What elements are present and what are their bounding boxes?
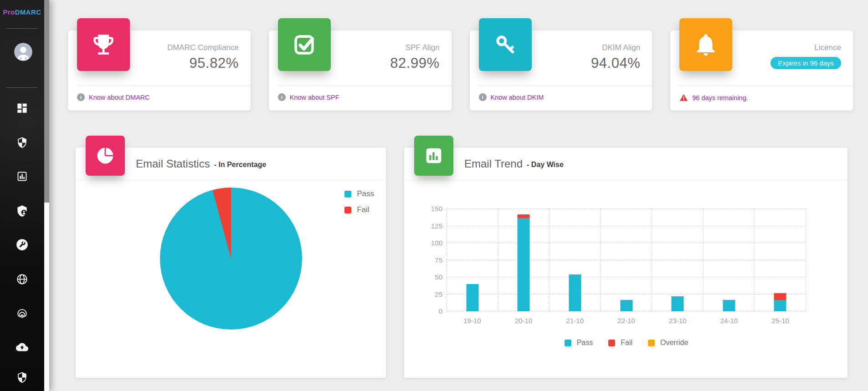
card-dmarc-compliance: DMARC Compliance 95.82% Know about DMARC bbox=[68, 30, 251, 111]
y-axis-tick-label: 150 bbox=[431, 205, 442, 213]
card-title: DMARC Compliance bbox=[167, 43, 239, 52]
legend-label: Pass bbox=[577, 339, 593, 347]
bar-stack-20-10 bbox=[518, 214, 530, 311]
legend-item-fail: Fail bbox=[608, 339, 632, 347]
sidebar-item-globe-icon[interactable] bbox=[16, 273, 28, 285]
card-value: 94.04% bbox=[591, 55, 640, 71]
legend-item-pass: Pass bbox=[344, 189, 374, 198]
panel-header: Email Trend - Day Wise bbox=[404, 147, 847, 180]
info-icon bbox=[77, 93, 85, 101]
panel-subtitle: - Day Wise bbox=[527, 159, 564, 169]
card-dkim-align: DKIM Align 94.04% Know about DKIM bbox=[470, 30, 652, 111]
category-cell-23-10 bbox=[652, 209, 704, 311]
bar-stack-22-10 bbox=[620, 300, 632, 312]
trophy-icon bbox=[77, 18, 130, 71]
key-icon bbox=[479, 18, 532, 71]
x-axis-tick-label: 24-10 bbox=[704, 317, 755, 325]
sidebar-scrollbar[interactable] bbox=[44, 0, 49, 391]
bar-pass-20-10 bbox=[518, 218, 530, 312]
sidebar-scrollbar-thumb[interactable] bbox=[44, 0, 49, 203]
main-content: DMARC Compliance 95.82% Know about DMARC… bbox=[49, 0, 868, 391]
sidebar-item-admin-shield-icon[interactable] bbox=[16, 205, 28, 217]
bell-icon bbox=[679, 18, 732, 71]
legend-item-pass: Pass bbox=[565, 339, 593, 347]
licence-warning-text: 96 days remaining. bbox=[692, 94, 748, 102]
licence-expiry-badge: Expires in 96 days bbox=[770, 57, 841, 69]
legend-swatch bbox=[344, 207, 351, 213]
y-axis-tick-label: 75 bbox=[435, 256, 442, 264]
legend-item-fail: Fail bbox=[344, 205, 374, 214]
bar-fail-25-10 bbox=[774, 293, 786, 300]
category-cell-19-10 bbox=[447, 209, 498, 311]
sidebar-item-tools-wrench-icon[interactable] bbox=[16, 239, 28, 251]
card-value: 95.82% bbox=[190, 55, 239, 71]
x-axis-tick-label: 22-10 bbox=[601, 317, 652, 325]
bar-chart-legend: PassFailOverride bbox=[447, 339, 806, 347]
bar-fail-20-10 bbox=[518, 214, 530, 218]
bar-stack-25-10 bbox=[774, 293, 786, 312]
y-axis-tick-label: 50 bbox=[435, 273, 442, 281]
y-axis: 0255075100125150 bbox=[407, 209, 442, 311]
sidebar-item-cloud-upload-icon[interactable] bbox=[16, 341, 28, 353]
info-icon bbox=[479, 93, 487, 101]
brand-dmarc: DMARC bbox=[15, 8, 41, 16]
legend-swatch bbox=[565, 340, 571, 346]
legend-swatch bbox=[344, 191, 351, 198]
stat-cards-row: DMARC Compliance 95.82% Know about DMARC… bbox=[68, 30, 853, 111]
panel-title: Email Statistics bbox=[136, 157, 210, 170]
person-icon bbox=[14, 43, 32, 61]
sidebar-item-reports-chart-icon[interactable] bbox=[16, 170, 28, 183]
know-about-dmarc-link[interactable]: Know about DMARC bbox=[89, 94, 150, 101]
sidebar-item-dashboard-icon[interactable] bbox=[16, 102, 28, 114]
card-divider bbox=[479, 86, 652, 86]
legend-label: Fail bbox=[357, 205, 369, 214]
info-icon bbox=[278, 93, 286, 101]
pie-legend: PassFail bbox=[344, 189, 374, 214]
panel-title: Email Trend bbox=[464, 157, 523, 170]
user-avatar[interactable] bbox=[14, 43, 32, 61]
y-axis-tick-label: 25 bbox=[435, 290, 442, 299]
bar-pass-19-10 bbox=[466, 284, 478, 311]
x-axis-tick-label: 19-10 bbox=[447, 317, 498, 325]
brand-logo[interactable]: ProDMARC bbox=[0, 8, 44, 16]
pie-chart-icon bbox=[86, 136, 125, 176]
card-title: DKIM Align bbox=[602, 43, 640, 52]
legend-swatch bbox=[648, 340, 655, 346]
card-divider bbox=[77, 86, 251, 86]
card-title: SPF Align bbox=[406, 43, 440, 52]
card-licence: Licence Expires in 96 days 96 days remai… bbox=[670, 30, 853, 111]
bar-pass-23-10 bbox=[672, 296, 684, 311]
legend-swatch bbox=[608, 340, 615, 346]
email-trend-panel: Email Trend - Day Wise 0255075100125150 … bbox=[404, 147, 847, 378]
legend-label: Pass bbox=[357, 189, 374, 198]
panel-subtitle: - In Percentage bbox=[214, 159, 267, 169]
bar-pass-22-10 bbox=[620, 300, 632, 312]
x-axis-tick-label: 20-10 bbox=[498, 317, 550, 325]
category-cell-21-10 bbox=[550, 209, 601, 311]
bar-stack-19-10 bbox=[466, 284, 478, 311]
x-axis-tick-label: 21-10 bbox=[549, 317, 601, 325]
bar-chart-plot bbox=[447, 209, 806, 311]
card-spf-align: SPF Align 82.99% Know about SPF bbox=[269, 30, 452, 111]
x-axis-tick-label: 25-10 bbox=[755, 317, 806, 325]
y-axis-tick-label: 125 bbox=[431, 222, 442, 230]
legend-label: Fail bbox=[621, 339, 632, 347]
bar-stack-24-10 bbox=[723, 300, 735, 312]
know-about-dkim-link[interactable]: Know about DKIM bbox=[491, 94, 544, 101]
bar-stack-23-10 bbox=[672, 296, 684, 311]
brand-pro: Pro bbox=[3, 8, 15, 16]
email-statistics-panel: Email Statistics - In Percentage PassFai… bbox=[76, 147, 386, 378]
y-axis-tick-label: 0 bbox=[439, 307, 442, 315]
bar-pass-25-10 bbox=[774, 300, 786, 312]
x-axis-tick-label: 23-10 bbox=[652, 317, 704, 325]
know-about-spf-link[interactable]: Know about SPF bbox=[290, 94, 339, 101]
bar-pass-24-10 bbox=[723, 300, 735, 312]
sidebar: ProDMARC bbox=[0, 0, 49, 391]
sidebar-item-fingerprint-icon[interactable] bbox=[16, 308, 28, 320]
legend-item-override: Override bbox=[648, 339, 688, 347]
category-cell-24-10 bbox=[704, 209, 755, 311]
sidebar-item-protection-shield-icon[interactable] bbox=[16, 371, 28, 384]
sidebar-item-security-shield-icon[interactable] bbox=[16, 137, 28, 149]
legend-label: Override bbox=[660, 339, 688, 347]
pass-fail-pie-chart bbox=[160, 188, 302, 330]
